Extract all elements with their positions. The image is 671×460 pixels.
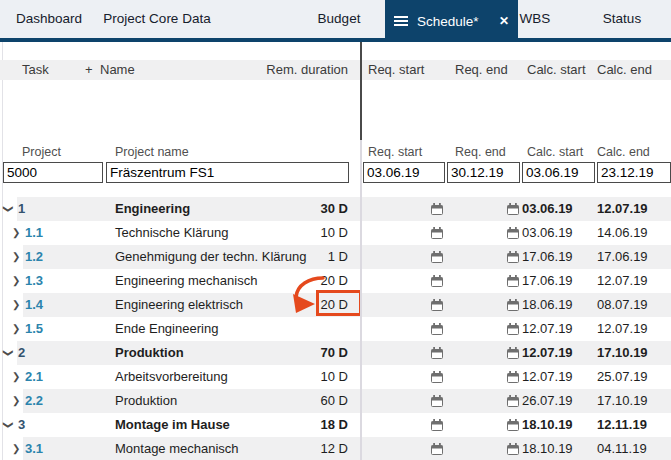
task-calc-end-cell[interactable]: 14.06.19 xyxy=(597,221,648,245)
task-name-cell[interactable]: Engineering xyxy=(115,197,190,221)
task-calc-end-cell[interactable]: 12.07.19 xyxy=(597,269,648,293)
tab-schedule-active[interactable]: Schedule* ✕ xyxy=(385,0,518,42)
req-start-calendar-icon[interactable] xyxy=(431,251,443,263)
task-calc-start-cell[interactable]: 18.06.19 xyxy=(522,293,573,317)
task-name-cell[interactable]: Technische Klärung xyxy=(115,221,228,245)
column-header-task[interactable]: Task xyxy=(22,60,49,80)
task-calc-end-cell[interactable]: 12.07.19 xyxy=(597,197,648,221)
task-rem-duration-cell[interactable]: 60 D xyxy=(260,389,348,413)
pane-splitter-lower[interactable] xyxy=(360,140,362,460)
req-start-calendar-icon[interactable] xyxy=(431,203,443,215)
req-end-calendar-icon[interactable] xyxy=(507,371,519,383)
task-rem-duration-cell[interactable]: 30 D xyxy=(260,197,348,221)
req-start-calendar-icon[interactable] xyxy=(431,347,443,359)
req-start-calendar-icon[interactable] xyxy=(431,395,443,407)
task-wbs-number[interactable]: 1.3 xyxy=(25,269,43,293)
task-rem-duration-cell[interactable]: 1 D xyxy=(260,245,348,269)
expand-chevron-icon[interactable]: ❯ xyxy=(12,317,20,341)
task-calc-end-cell[interactable]: 25.07.19 xyxy=(597,365,648,389)
tab-wbs[interactable]: WBS xyxy=(520,0,551,38)
task-calc-end-cell[interactable]: 12.07.19 xyxy=(597,317,648,341)
task-name-cell[interactable]: Engineering mechanisch xyxy=(115,269,257,293)
task-row[interactable]: ❯ 3.1 Montage mechanisch 12 D 18.10.19 0… xyxy=(0,437,671,460)
task-wbs-number[interactable]: 2 xyxy=(18,341,25,365)
column-header-rem-duration[interactable]: Rem. duration xyxy=(240,60,348,80)
task-wbs-number[interactable]: 2.2 xyxy=(25,389,43,413)
task-wbs-number[interactable]: 1.1 xyxy=(25,221,43,245)
column-header-calc-end[interactable]: Calc. end xyxy=(597,60,652,80)
req-end-calendar-icon[interactable] xyxy=(507,395,519,407)
column-header-req-start[interactable]: Req. start xyxy=(368,60,424,80)
column-header-name[interactable]: Name xyxy=(100,60,135,80)
close-tab-icon[interactable]: ✕ xyxy=(499,14,509,28)
task-calc-start-cell[interactable]: 12.07.19 xyxy=(522,341,573,365)
task-row[interactable]: ❯ 2 Produktion 70 D 12.07.19 17.10.19 xyxy=(0,341,671,365)
expand-chevron-icon[interactable]: ❯ xyxy=(12,389,20,413)
task-wbs-number[interactable]: 3.1 xyxy=(25,437,43,460)
req-start-calendar-icon[interactable] xyxy=(431,323,443,335)
task-rem-duration-cell[interactable]: 10 D xyxy=(260,365,348,389)
tab-dashboard[interactable]: Dashboard xyxy=(16,0,82,38)
req-start-calendar-icon[interactable] xyxy=(431,227,443,239)
project-calc-end-field[interactable] xyxy=(597,162,671,183)
req-end-calendar-icon[interactable] xyxy=(507,419,519,431)
task-wbs-number[interactable]: 1 xyxy=(18,197,25,221)
project-req-start-field[interactable] xyxy=(363,162,445,183)
task-rem-duration-cell[interactable]: 18 D xyxy=(260,413,348,437)
add-task-button[interactable]: + xyxy=(85,60,93,80)
req-start-calendar-icon[interactable] xyxy=(431,419,443,431)
expand-chevron-icon[interactable]: ❯ xyxy=(12,365,20,389)
task-name-cell[interactable]: Engineering elektrisch xyxy=(115,293,243,317)
task-wbs-number[interactable]: 3 xyxy=(18,413,25,437)
expand-chevron-icon[interactable]: ❯ xyxy=(12,245,20,269)
task-wbs-number[interactable]: 1.4 xyxy=(25,293,43,317)
task-calc-end-cell[interactable]: 08.07.19 xyxy=(597,293,648,317)
task-rem-duration-cell[interactable]: 20 D xyxy=(260,293,348,317)
task-calc-end-cell[interactable]: 17.06.19 xyxy=(597,245,648,269)
menu-icon[interactable] xyxy=(394,16,408,26)
task-name-cell[interactable]: Produktion xyxy=(115,389,177,413)
req-end-calendar-icon[interactable] xyxy=(507,203,519,215)
expand-chevron-icon[interactable]: ❯ xyxy=(12,293,20,317)
task-calc-start-cell[interactable]: 18.10.19 xyxy=(522,413,573,437)
task-rem-duration-cell[interactable]: 20 D xyxy=(260,269,348,293)
task-row[interactable]: ❯ 2.2 Produktion 60 D 26.07.19 17.10.19 xyxy=(0,389,671,413)
req-end-calendar-icon[interactable] xyxy=(507,323,519,335)
task-row[interactable]: ❯ 1.5 Ende Engineering 12.07.19 12.07.19 xyxy=(0,317,671,341)
req-end-calendar-icon[interactable] xyxy=(507,347,519,359)
tab-project-core-data[interactable]: Project Core Data xyxy=(103,0,210,38)
req-start-calendar-icon[interactable] xyxy=(431,371,443,383)
task-calc-end-cell[interactable]: 17.10.19 xyxy=(597,389,648,413)
task-name-cell[interactable]: Montage mechanisch xyxy=(115,437,239,460)
req-start-calendar-icon[interactable] xyxy=(431,299,443,311)
req-end-calendar-icon[interactable] xyxy=(507,275,519,287)
req-end-calendar-icon[interactable] xyxy=(507,299,519,311)
tab-status[interactable]: Status xyxy=(603,0,641,38)
task-calc-start-cell[interactable]: 26.07.19 xyxy=(522,389,573,413)
req-end-calendar-icon[interactable] xyxy=(507,443,519,455)
req-start-calendar-icon[interactable] xyxy=(431,275,443,287)
task-calc-start-cell[interactable]: 03.06.19 xyxy=(522,221,573,245)
expand-chevron-icon[interactable]: ❯ xyxy=(12,221,20,245)
task-calc-start-cell[interactable]: 12.07.19 xyxy=(522,365,573,389)
task-row[interactable]: ❯ 1.4 Engineering elektrisch 20 D 18.06.… xyxy=(0,293,671,317)
expand-chevron-icon[interactable]: ❯ xyxy=(12,437,20,460)
task-calc-end-cell[interactable]: 12.11.19 xyxy=(597,413,647,437)
task-name-cell[interactable]: Produktion xyxy=(115,341,184,365)
task-wbs-number[interactable]: 1.2 xyxy=(25,245,43,269)
project-req-end-field[interactable] xyxy=(447,162,520,183)
task-wbs-number[interactable]: 2.1 xyxy=(25,365,43,389)
column-header-calc-start[interactable]: Calc. start xyxy=(527,60,586,80)
task-row[interactable]: ❯ 3 Montage im Hause 18 D 18.10.19 12.11… xyxy=(0,413,671,437)
task-row[interactable]: ❯ 1.2 Genehmigung der techn. Klärung 1 D… xyxy=(0,245,671,269)
task-wbs-number[interactable]: 1.5 xyxy=(25,317,43,341)
task-rem-duration-cell[interactable]: 10 D xyxy=(260,221,348,245)
tab-budget[interactable]: Budget xyxy=(318,0,361,38)
task-name-cell[interactable]: Montage im Hause xyxy=(115,413,230,437)
task-calc-start-cell[interactable]: 17.06.19 xyxy=(522,269,573,293)
column-header-req-end[interactable]: Req. end xyxy=(455,60,508,80)
project-id-field[interactable] xyxy=(3,162,103,183)
project-calc-start-field[interactable] xyxy=(522,162,595,183)
task-row[interactable]: ❯ 1.3 Engineering mechanisch 20 D 17.06.… xyxy=(0,269,671,293)
project-name-field[interactable] xyxy=(106,162,349,183)
